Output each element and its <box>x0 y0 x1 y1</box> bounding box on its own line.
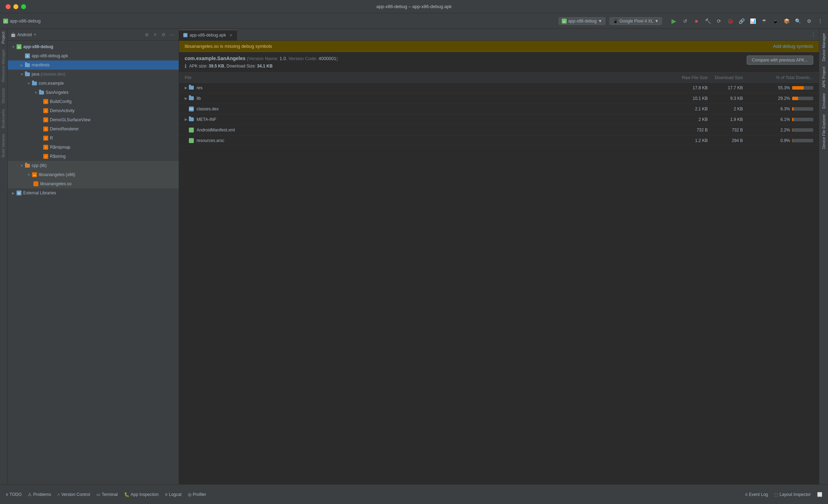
run-config-selector[interactable]: A app-x86-debug ▼ <box>559 17 605 25</box>
right-tab-device-manager[interactable]: Device Manager <box>820 30 827 64</box>
external-libs-icon: lib <box>16 190 22 196</box>
pct-bar <box>792 97 813 100</box>
status-version-control[interactable]: ⑃ Version Control <box>55 491 93 498</box>
tree-item-sanangeles[interactable]: ▼ SanAngeles <box>8 88 179 97</box>
coverage-button[interactable]: ☂ <box>759 16 769 26</box>
sidebar-add-icon[interactable]: ⊕ <box>143 31 151 39</box>
tab-close-icon[interactable]: ✕ <box>229 33 233 38</box>
svg-text:A: A <box>563 20 566 23</box>
apk-info-bar: com.example.SanAngeles (Version Name: 1.… <box>179 52 819 73</box>
title-bar: app-x86-debug – app-x86-debug.apk <box>0 0 828 13</box>
libsanangeles-icon: so <box>32 172 37 177</box>
run-button[interactable]: ▶ <box>669 16 679 26</box>
tree-item-r[interactable]: J R <box>8 134 179 143</box>
maximize-button[interactable] <box>21 4 26 9</box>
status-expand[interactable]: ⬜ <box>814 491 825 498</box>
search-button[interactable]: 🔍 <box>793 16 803 26</box>
rstring-icon: J <box>43 154 49 159</box>
table-row[interactable]: ▶ res 17.8 KB 17.7 KB 55.3% <box>179 83 819 93</box>
close-button[interactable] <box>6 4 11 9</box>
attach-button[interactable]: 🔗 <box>737 16 746 26</box>
tree-item-buildconfig[interactable]: J BuildConfig <box>8 97 179 106</box>
tab-apk[interactable]: A app-x86-debug.apk ✕ <box>179 30 237 40</box>
more-button[interactable]: ⋮ <box>815 16 825 26</box>
rerun-button[interactable]: ↺ <box>680 16 690 26</box>
tab-bar: A app-x86-debug.apk ✕ ⋮ <box>179 29 819 41</box>
vtab-build-variants[interactable]: Build Variants <box>0 131 7 160</box>
minimize-button[interactable] <box>13 4 18 9</box>
rmipmap-icon: J <box>43 144 49 150</box>
status-event-log[interactable]: ≡ Event Log <box>742 491 771 498</box>
expand-arrow-apk <box>19 53 25 59</box>
table-header: File Raw File Size Download Size % of To… <box>179 73 819 83</box>
table-row[interactable]: ▶ lib 10.1 KB 9.3 KB 29.2% <box>179 93 819 104</box>
traffic-lights[interactable] <box>6 4 26 9</box>
sidebar-header-icons: ⊕ ≡ ⚙ — <box>143 31 176 39</box>
right-panel-tabs: Device Manager APK Project Emulator Devi… <box>819 29 828 484</box>
device-icon: 📱 <box>613 19 618 24</box>
tree-item-r-mipmap[interactable]: J R$mipmap <box>8 143 179 152</box>
sync-button[interactable]: ⟳ <box>714 16 724 26</box>
vtab-project[interactable]: Project <box>0 29 7 46</box>
dex-icon: dex <box>189 106 194 111</box>
profile-button[interactable]: 📊 <box>748 16 758 26</box>
demorenderer-icon: J <box>43 126 49 132</box>
device-selector[interactable]: 📱 Google Pixel 4 XL ▼ <box>610 17 662 25</box>
build-button[interactable]: 🔨 <box>703 16 713 26</box>
add-debug-symbols-link[interactable]: Add debug symbols <box>773 44 813 49</box>
stop-button[interactable]: ■ <box>692 16 701 26</box>
tree-item-app-root[interactable]: ▼ A app-x86-debug <box>8 42 179 51</box>
right-tab-device-file-explorer[interactable]: Device File Explorer <box>820 111 827 151</box>
status-app-inspection[interactable]: 🐛 App Inspection <box>121 491 161 498</box>
table-row[interactable]: ▶ META-INF 2 KB 1.9 KB 6.1% <box>179 114 819 125</box>
sidebar-dropdown-icon[interactable]: ▼ <box>33 33 37 37</box>
sidebar-filter-icon[interactable]: ⚙ <box>160 31 167 39</box>
status-todo[interactable]: ≡ TODO <box>3 491 24 498</box>
tree-item-r-string[interactable]: J R$string <box>8 152 179 161</box>
tree-item-libsanangeles[interactable]: ▼ so libsanangeles (x86) <box>8 170 179 179</box>
expand-arrow-cpp: ▼ <box>19 163 25 168</box>
svg-text:lib: lib <box>18 192 20 194</box>
status-terminal[interactable]: ▭ Terminal <box>94 491 120 498</box>
sidebar-sort-icon[interactable]: ≡ <box>151 31 159 39</box>
tree-item-external-libs[interactable]: ▶ lib External Libraries <box>8 188 179 198</box>
status-layout-inspector[interactable]: ⬚ Layout Inspector <box>771 491 814 498</box>
pct-bar <box>792 139 813 142</box>
tree-item-cpp[interactable]: ▼ cpp (lib) <box>8 161 179 170</box>
status-profiler[interactable]: ◎ Profiler <box>185 491 209 498</box>
row-expand-arrow: ▶ <box>185 96 187 100</box>
right-tab-emulator[interactable]: Emulator <box>820 90 827 111</box>
table-row[interactable]: ▶ dex classes.dex 2.1 KB 2 KB 6.3% <box>179 104 819 114</box>
table-row[interactable]: ▶ resources.arsc 1.2 KB 294 B 0.9% <box>179 135 819 146</box>
device-manager-button[interactable]: 📱 <box>770 16 780 26</box>
tree-item-demoglsurfaceview[interactable]: J DemoGLSurfaceView <box>8 115 179 124</box>
sdk-manager-button[interactable]: 📦 <box>782 16 791 26</box>
vtab-structure[interactable]: Structure <box>0 85 7 106</box>
manifest-icon <box>189 128 194 133</box>
buildconfig-icon: J <box>43 99 49 104</box>
project-name: A app-x86-debug <box>3 18 40 24</box>
status-logcat[interactable]: ≡ Logcat <box>162 491 184 498</box>
tree-item-libsanangeles-so[interactable]: libsanangeles.so <box>8 179 179 188</box>
right-tab-apk-project[interactable]: APK Project <box>820 64 827 90</box>
vtab-resource-manager[interactable]: Resource Manager <box>0 46 7 85</box>
settings-button[interactable]: ⚙ <box>804 16 814 26</box>
compare-button[interactable]: Compare with previous APK... <box>747 56 813 65</box>
pct-bar <box>792 107 813 111</box>
table-row[interactable]: ▶ AndroidManifest.xml 732 B 732 B 2.2% <box>179 125 819 135</box>
apk-info-meta: ℹ APK size: 39.5 KB, Download Size: 34.1… <box>185 63 338 69</box>
tree-item-java[interactable]: ▼ java (classes.dex) <box>8 70 179 79</box>
tree-item-com-example[interactable]: ▼ com.example <box>8 79 179 88</box>
vtab-bookmarks[interactable]: Bookmarks <box>0 106 7 131</box>
manifests-folder-icon <box>25 62 30 68</box>
tree-item-demorenderer[interactable]: J DemoRenderer <box>8 124 179 134</box>
tab-more-button[interactable]: ⋮ <box>808 31 819 38</box>
tree-item-manifests[interactable]: ▶ manifests <box>8 60 179 70</box>
sidebar-minimize-icon[interactable]: — <box>168 31 176 39</box>
status-problems[interactable]: ⚠ Problems <box>25 491 54 498</box>
module-icon: A <box>16 44 22 50</box>
debug-button[interactable]: 🐞 <box>725 16 735 26</box>
info-icon: ℹ <box>185 63 186 69</box>
tree-item-demoactivity[interactable]: J DemoActivity <box>8 106 179 115</box>
tree-item-apk[interactable]: A app-x86-debug.apk <box>8 51 179 60</box>
